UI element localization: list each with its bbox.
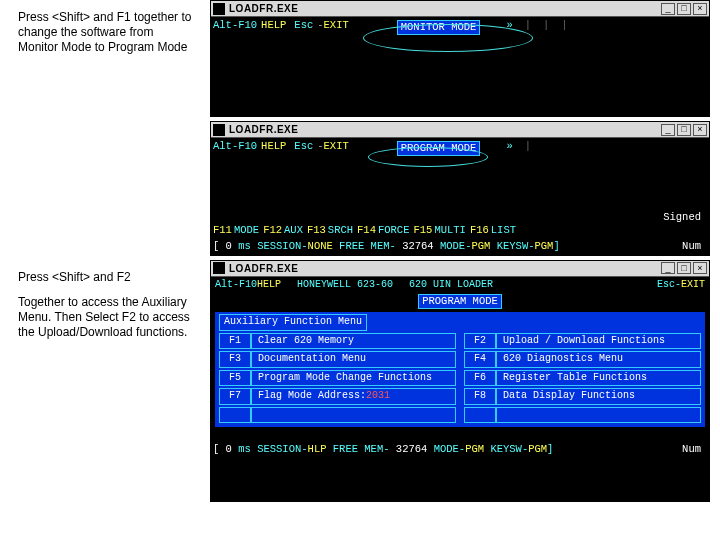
aux-menu-item[interactable]: F6Register Table Functions	[464, 370, 701, 387]
terminal-area: Alt-F10HELP Esc-EXIT PROGRAM MODE » | Si…	[211, 138, 709, 255]
fkey-label: F7	[219, 388, 251, 405]
close-button[interactable]: ×	[693, 3, 707, 15]
menu-label: Documentation Menu	[251, 351, 456, 368]
fkey-item[interactable]: F13SRCH	[307, 224, 355, 237]
aux-menu-title: Auxiliary Function Menu	[219, 314, 367, 331]
window-monitor: LOADFR.EXE _ □ × Alt-F10HELP Esc-EXIT MO…	[210, 0, 710, 117]
titlebar[interactable]: LOADFR.EXE _ □ ×	[211, 1, 709, 17]
fkey-label: F3	[219, 351, 251, 368]
window-title: LOADFR.EXE	[229, 263, 661, 274]
fkey-label: F4	[464, 351, 496, 368]
menu-label: Data Display Functions	[496, 388, 701, 405]
minimize-button[interactable]: _	[661, 124, 675, 136]
instruction-text-1: Press <Shift> and F1 together to change …	[0, 0, 210, 260]
maximize-button[interactable]: □	[677, 124, 691, 136]
minimize-button[interactable]: _	[661, 262, 675, 274]
annotation-ellipse	[368, 147, 488, 167]
aux-menu-item[interactable]: F3Documentation Menu	[219, 351, 456, 368]
fkey-item[interactable]: F15MULTI	[413, 224, 467, 237]
status-line: [ 0 ms SESSION-NONE FREE MEM- 32764 MODE…	[213, 240, 707, 253]
device-label: 620 UIN LOADER	[409, 279, 493, 292]
minimize-button[interactable]: _	[661, 3, 675, 15]
app-icon	[213, 124, 225, 136]
maximize-button[interactable]: □	[677, 3, 691, 15]
menu-label: Register Table Functions	[496, 370, 701, 387]
menu-label: Clear 620 Memory	[251, 333, 456, 350]
menu-label: 620 Diagnostics Menu	[496, 351, 701, 368]
aux-menu-item[interactable]: F5Program Mode Change Functions	[219, 370, 456, 387]
fkey-label: F6	[464, 370, 496, 387]
fkey-label: F5	[219, 370, 251, 387]
instruction-block-2: Press <Shift> and F2 Together to access …	[0, 260, 210, 506]
window-aux-menu: LOADFR.EXE _ □ × Alt-F10HELP HONEYWELL 6…	[210, 260, 710, 502]
aux-menu-item[interactable]: F1Clear 620 Memory	[219, 333, 456, 350]
fkey-item[interactable]: F14FORCE	[357, 224, 411, 237]
titlebar[interactable]: LOADFR.EXE _ □ ×	[211, 261, 709, 277]
fkey-item[interactable]: F16LIST	[470, 224, 518, 237]
signed-label: Signed	[663, 211, 701, 223]
aux-menu-item[interactable]: F4620 Diagnostics Menu	[464, 351, 701, 368]
fkey-item[interactable]: F11MODE	[213, 224, 261, 237]
aux-menu-item[interactable]: F2Upload / Download Functions	[464, 333, 701, 350]
status-line: [ 0 ms SESSION-HLP FREE MEM- 32764 MODE-…	[213, 443, 707, 456]
fkey-bar: F11MODEF12AUXF13SRCHF14FORCEF15MULTIF16L…	[213, 224, 707, 237]
instruction-text-2b: Together to access the Auxiliary Menu. T…	[18, 295, 196, 340]
fkey-label: F1	[219, 333, 251, 350]
app-icon	[213, 262, 225, 274]
mode-badge: PROGRAM MODE	[418, 294, 502, 309]
fkey-item[interactable]: F12AUX	[263, 224, 305, 237]
brand-label: HONEYWELL 623-60	[297, 279, 393, 292]
close-button[interactable]: ×	[693, 262, 707, 274]
menu-label: Flag Mode Address:2031	[251, 388, 456, 405]
aux-menu-item[interactable]: F7Flag Mode Address:2031	[219, 388, 456, 405]
titlebar[interactable]: LOADFR.EXE _ □ ×	[211, 122, 709, 138]
aux-menu-panel: Auxiliary Function Menu F1Clear 620 Memo…	[215, 312, 705, 427]
fkey-label: F2	[464, 333, 496, 350]
window-program: LOADFR.EXE _ □ × Alt-F10HELP Esc-EXIT PR…	[210, 121, 710, 256]
window-title: LOADFR.EXE	[229, 124, 661, 135]
terminal-area: Alt-F10HELP Esc-EXIT MONITOR MODE » |||	[211, 17, 709, 116]
menu-label: Program Mode Change Functions	[251, 370, 456, 387]
window-title: LOADFR.EXE	[229, 3, 661, 14]
annotation-ellipse	[363, 24, 533, 52]
app-icon	[213, 3, 225, 15]
terminal-area: Alt-F10HELP HONEYWELL 623-60 620 UIN LOA…	[211, 277, 709, 501]
maximize-button[interactable]: □	[677, 262, 691, 274]
aux-menu-item[interactable]: F8Data Display Functions	[464, 388, 701, 405]
instruction-text-2a: Press <Shift> and F2	[18, 270, 196, 285]
menu-label: Upload / Download Functions	[496, 333, 701, 350]
close-button[interactable]: ×	[693, 124, 707, 136]
fkey-label: F8	[464, 388, 496, 405]
